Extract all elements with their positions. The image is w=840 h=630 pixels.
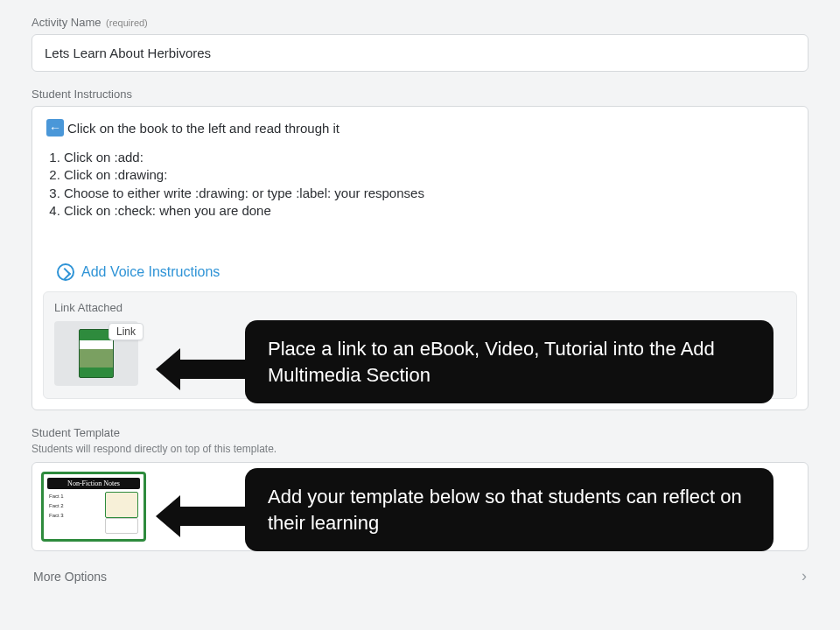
instruction-step: Click on :check: when you are done <box>64 202 794 220</box>
annotation-callout-multimedia: Place a link to an eBook, Video, Tutoria… <box>245 320 774 403</box>
instructions-top-line: ← Click on the book to the left and read… <box>46 119 794 136</box>
template-thumb-title: Non-Fiction Notes <box>47 478 140 489</box>
student-instructions-label: Student Instructions <box>32 88 808 101</box>
link-attached-label: Link Attached <box>54 301 786 314</box>
left-arrow-icon: ← <box>46 119 64 136</box>
more-options-toggle[interactable]: More Options › <box>32 564 808 589</box>
instruction-step: Choose to either write :drawing: or type… <box>64 185 794 202</box>
add-voice-instructions-button[interactable]: Add Voice Instructions <box>46 263 794 281</box>
compass-icon <box>57 263 74 281</box>
activity-name-label: Activity Name (required) <box>32 16 808 29</box>
template-thumb-note-icon <box>105 492 138 518</box>
chevron-right-icon: › <box>802 567 807 585</box>
annotation-callout-template: Add your template below so that students… <box>245 468 774 551</box>
link-badge: Link <box>108 323 144 340</box>
template-thumb-rows: Fact 1 Fact 2 Fact 3 <box>49 492 103 520</box>
instructions-list: Click on :add: Click on :drawing: Choose… <box>46 149 794 220</box>
annotation-arrow <box>156 495 247 537</box>
annotation-arrow <box>156 348 247 390</box>
required-tag: (required) <box>106 18 148 28</box>
attached-link-thumbnail[interactable]: Link <box>54 321 138 386</box>
template-thumb-note-icon <box>105 518 138 534</box>
template-thumbnail[interactable]: Non-Fiction Notes Fact 1 Fact 2 Fact 3 <box>41 472 146 542</box>
instruction-step: Click on :drawing: <box>64 166 794 184</box>
instruction-step: Click on :add: <box>64 149 794 166</box>
student-template-label: Student Template <box>32 426 808 439</box>
activity-name-input[interactable] <box>32 34 808 72</box>
student-template-description: Students will respond directly on top of… <box>32 443 808 455</box>
